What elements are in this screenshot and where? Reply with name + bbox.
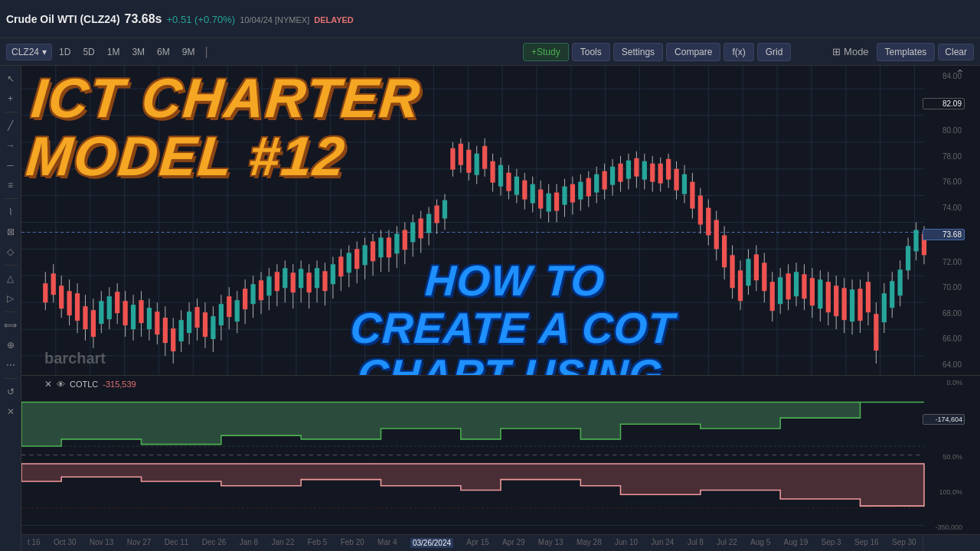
tools-button[interactable]: Tools [572, 43, 610, 61]
price-chart[interactable]: 84.00 82.09 80.00 78.00 76.00 74.00 73.6… [21, 66, 980, 376]
channel-icon[interactable]: ≡ [2, 177, 19, 194]
price-chart-svg [21, 66, 980, 375]
svg-rect-93 [754, 254, 759, 280]
svg-rect-43 [59, 285, 64, 308]
crosshair-icon[interactable]: + [2, 90, 19, 107]
chart-collapse-button[interactable]: ⌃ [956, 67, 965, 80]
svg-rect-41 [51, 273, 56, 295]
time-oct30: Oct 30 [54, 538, 76, 548]
svg-rect-227 [610, 167, 615, 185]
mode-icon: ⊞ [832, 46, 841, 57]
svg-rect-99 [866, 282, 871, 312]
svg-rect-47 [75, 293, 80, 321]
arrow-right-icon[interactable]: ▷ [2, 290, 19, 307]
svg-rect-179 [363, 245, 368, 265]
svg-rect-101 [874, 314, 878, 350]
svg-rect-61 [475, 154, 479, 175]
svg-rect-77 [690, 182, 694, 209]
tf-9m[interactable]: 9M [177, 44, 201, 60]
ray-icon[interactable]: → [2, 137, 19, 154]
cot-eye-icon[interactable]: 👁 [57, 380, 65, 389]
svg-rect-217 [570, 184, 575, 203]
svg-rect-79 [698, 196, 703, 225]
compare-button[interactable]: Compare [666, 43, 720, 61]
svg-rect-241 [778, 277, 782, 304]
cot-panel: ✕ 👁 COTLC -315,539 [21, 376, 980, 534]
svg-rect-157 [275, 272, 279, 291]
svg-rect-213 [554, 193, 559, 211]
svg-rect-95 [762, 262, 766, 291]
cursor-icon[interactable]: ↖ [2, 70, 19, 87]
svg-rect-67 [498, 165, 503, 187]
svg-rect-205 [522, 181, 527, 200]
svg-rect-185 [387, 237, 391, 257]
tf-1m[interactable]: 1M [102, 44, 126, 60]
undo-icon[interactable]: ↺ [2, 383, 19, 400]
arrow-up-icon[interactable]: △ [2, 270, 19, 287]
time-dec26: Dec 26 [202, 538, 227, 548]
time-jan8: Jan 8 [240, 538, 258, 548]
time-labels: t 16 Oct 30 Nov 13 Nov 27 Dec 11 Dec 26 … [21, 538, 923, 548]
cot-header: ✕ 👁 COTLC -315,539 [44, 379, 136, 390]
fib-icon[interactable]: ⌇ [2, 204, 19, 220]
tf-6m[interactable]: 6M [152, 44, 175, 60]
svg-rect-133 [179, 320, 184, 341]
fx-button[interactable]: f(x) [724, 43, 753, 61]
templates-button[interactable]: Templates [877, 43, 936, 61]
tf-3m[interactable]: 3M [126, 44, 150, 60]
zoom-icon[interactable]: ⊕ [2, 337, 19, 354]
time-sep30: Sep 30 [892, 538, 916, 548]
cot-close-button[interactable]: ✕ [44, 379, 52, 390]
magnet-icon[interactable]: ⋯ [2, 357, 19, 373]
gann-icon[interactable]: ⊠ [2, 223, 19, 240]
svg-rect-69 [658, 164, 663, 184]
svg-rect-123 [139, 300, 143, 323]
price-change: +0.51 (+0.70%) [167, 14, 236, 25]
svg-rect-151 [250, 284, 255, 304]
svg-rect-209 [538, 190, 543, 209]
svg-rect-147 [235, 300, 240, 321]
h-line-icon[interactable]: ─ [2, 157, 19, 174]
svg-rect-173 [338, 256, 343, 276]
toolbar-right: +Study Tools Settings Compare f(x) Grid … [523, 43, 974, 61]
symbol-selector[interactable]: CLZ24 ▾ [6, 44, 52, 60]
svg-rect-223 [594, 174, 599, 193]
trend-line-icon[interactable]: ╱ [2, 117, 19, 134]
svg-rect-45 [67, 291, 71, 315]
pattern-icon[interactable]: ◇ [2, 243, 19, 260]
svg-rect-137 [194, 307, 199, 328]
svg-rect-51 [91, 310, 96, 337]
svg-rect-63 [482, 146, 487, 169]
measure-icon[interactable]: ⟺ [2, 317, 19, 334]
svg-rect-203 [514, 177, 519, 195]
svg-rect-121 [131, 305, 136, 329]
svg-rect-177 [354, 249, 359, 269]
svg-rect-189 [403, 230, 407, 249]
svg-rect-129 [163, 318, 168, 343]
svg-rect-247 [802, 274, 806, 298]
date-exchange: 10/04/24 [NYMEX] [240, 15, 309, 24]
mode-button[interactable]: ⊞ Mode [828, 44, 873, 60]
grid-button[interactable]: Grid [757, 43, 792, 61]
svg-rect-181 [371, 241, 375, 261]
svg-rect-159 [283, 268, 287, 288]
study-button[interactable]: +Study [523, 43, 569, 61]
time-may28: May 28 [577, 538, 602, 548]
svg-rect-255 [834, 285, 838, 316]
cot-chart-svg [21, 376, 980, 534]
trash-icon[interactable]: ✕ [2, 403, 19, 420]
svg-rect-127 [155, 311, 159, 334]
clear-button[interactable]: Clear [938, 44, 974, 60]
toolbar-divider-4 [4, 311, 18, 312]
svg-rect-87 [730, 255, 734, 288]
settings-button[interactable]: Settings [613, 43, 663, 61]
svg-rect-143 [219, 304, 224, 325]
time-jun24: Jun 24 [651, 538, 674, 548]
svg-rect-83 [714, 220, 719, 249]
svg-rect-207 [531, 184, 535, 204]
tf-1d[interactable]: 1D [54, 44, 76, 60]
svg-rect-249 [810, 278, 815, 305]
cot-indicator-label: COTLC [70, 380, 98, 389]
tf-5d[interactable]: 5D [77, 44, 100, 60]
time-aug5: Aug 5 [750, 538, 770, 548]
